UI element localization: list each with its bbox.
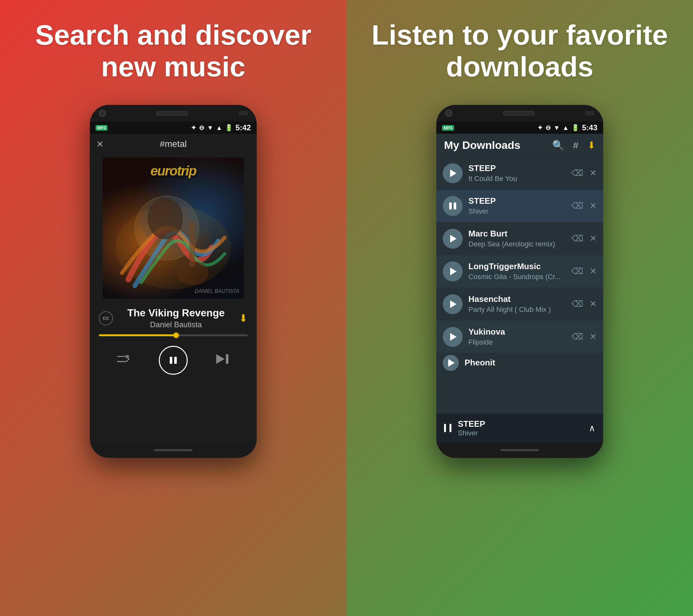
play-button-6[interactable] bbox=[443, 327, 463, 347]
camera-left bbox=[99, 110, 106, 117]
pause-bar-1 bbox=[170, 357, 172, 364]
download-header-icon[interactable]: ⬇ bbox=[588, 140, 595, 151]
close-button[interactable]: ✕ bbox=[96, 139, 104, 150]
remove-icon-1[interactable]: ✕ bbox=[590, 168, 597, 178]
battery-icon-left: 🔋 bbox=[225, 124, 233, 132]
track-artist-7: Pheonit bbox=[464, 358, 597, 368]
player-screen: ✕ #metal eurotrip bbox=[90, 134, 257, 442]
minus-icon-right: ⊖ bbox=[546, 124, 551, 132]
track-actions-2: ⌫ ✕ bbox=[571, 201, 597, 211]
track-song-4: Cosmic Gita - Sundrops (Cr... bbox=[469, 273, 566, 281]
progress-bar[interactable] bbox=[90, 334, 257, 336]
track-info-7: Pheonit bbox=[464, 358, 597, 368]
track-info-1: STEEP It Could Be You bbox=[469, 163, 566, 183]
minus-icon-left: ⊖ bbox=[199, 124, 204, 132]
status-right-right: ✦ ⊖ ▼ ▲ 🔋 5:43 bbox=[537, 123, 597, 132]
pause-bar-2 bbox=[174, 357, 177, 364]
phone-bottom-right bbox=[436, 442, 603, 458]
track-actions-6: ⌫ ✕ bbox=[571, 332, 597, 342]
mp3-badge-left: MP3 bbox=[96, 125, 107, 131]
player-info: cc The Viking Revenge Daniel Bautista ⬇ bbox=[90, 302, 257, 334]
cc-icon: cc bbox=[99, 311, 113, 325]
share-icon-4[interactable]: ⌫ bbox=[571, 266, 583, 276]
share-icon-5[interactable]: ⌫ bbox=[571, 299, 583, 309]
track-song-6: Flipside bbox=[469, 338, 566, 346]
home-indicator-right bbox=[500, 449, 539, 451]
left-headline: Search and discover new music bbox=[0, 19, 346, 82]
play-triangle-5 bbox=[450, 300, 457, 308]
download-icon[interactable]: ⬇ bbox=[239, 312, 248, 324]
wifi-icon-right: ▼ bbox=[553, 124, 560, 132]
speaker-right bbox=[503, 111, 535, 116]
mini-artist: STEEP bbox=[458, 419, 582, 429]
shuffle-button[interactable] bbox=[117, 354, 131, 367]
track-actions-1: ⌫ ✕ bbox=[571, 168, 597, 178]
player-topbar: ✕ #metal bbox=[90, 134, 257, 154]
track-song-1: It Could Be You bbox=[469, 175, 566, 183]
hashtag-icon[interactable]: # bbox=[573, 140, 578, 151]
time-right: 5:43 bbox=[582, 123, 597, 132]
right-panel: Listen to your favorite downloads MP3 ✦ … bbox=[346, 0, 693, 616]
track-item-7[interactable]: Pheonit bbox=[436, 353, 603, 373]
mini-pause-icon[interactable] bbox=[444, 424, 451, 432]
track-item-3[interactable]: Marc Burt Deep Sea (Aerologic remix) ⌫ ✕ bbox=[436, 222, 603, 255]
phone-top-bar-right bbox=[436, 105, 603, 122]
pause-button-2[interactable] bbox=[443, 196, 463, 216]
downloads-screen: My Downloads 🔍 # ⬇ STEEP It Could Be You bbox=[436, 134, 603, 442]
chevron-up-icon[interactable]: ∧ bbox=[589, 423, 595, 434]
play-button-5[interactable] bbox=[443, 294, 463, 314]
svg-rect-8 bbox=[226, 354, 229, 364]
pause-button[interactable] bbox=[159, 346, 188, 375]
play-triangle-4 bbox=[450, 267, 457, 275]
track-item-playing[interactable]: STEEP Shiver ⌫ ✕ bbox=[436, 190, 603, 222]
mp3-badge-right: MP3 bbox=[442, 125, 454, 131]
track-artist-1: STEEP bbox=[469, 163, 566, 173]
track-artist-3: Marc Burt bbox=[469, 229, 566, 239]
play-button-7[interactable] bbox=[443, 355, 459, 371]
track-artist-4: LongTriggerMusic bbox=[469, 261, 566, 272]
pause-icon-2 bbox=[449, 202, 456, 210]
left-phone: MP3 ✦ ⊖ ▼ ▲ 🔋 5:42 ✕ #metal eurotrip bbox=[90, 105, 257, 458]
remove-icon-3[interactable]: ✕ bbox=[590, 234, 597, 243]
track-list: STEEP It Could Be You ⌫ ✕ bbox=[436, 157, 603, 414]
progress-thumb bbox=[173, 332, 179, 338]
search-icon[interactable]: 🔍 bbox=[552, 140, 564, 151]
remove-icon-5[interactable]: ✕ bbox=[590, 299, 597, 309]
track-info-3: Marc Burt Deep Sea (Aerologic remix) bbox=[469, 229, 566, 248]
track-info-4: LongTriggerMusic Cosmic Gita - Sundrops … bbox=[469, 261, 566, 281]
progress-fill bbox=[99, 334, 176, 336]
track-song-5: Party All Night ( Club Mix ) bbox=[469, 305, 566, 314]
left-panel: Search and discover new music MP3 ✦ ⊖ ▼ … bbox=[0, 0, 346, 616]
status-right-left: ✦ ⊖ ▼ ▲ 🔋 5:42 bbox=[191, 123, 251, 132]
next-button[interactable] bbox=[216, 353, 230, 368]
remove-icon-6[interactable]: ✕ bbox=[590, 332, 597, 342]
battery-icon-right: 🔋 bbox=[571, 124, 579, 132]
share-icon-2[interactable]: ⌫ bbox=[571, 201, 583, 211]
track-item-4[interactable]: LongTriggerMusic Cosmic Gita - Sundrops … bbox=[436, 255, 603, 288]
mini-player[interactable]: STEEP Shiver ∧ bbox=[436, 414, 603, 442]
bluetooth-icon-left: ✦ bbox=[191, 124, 196, 132]
share-icon-3[interactable]: ⌫ bbox=[571, 234, 583, 243]
header-icons: 🔍 # ⬇ bbox=[552, 140, 595, 151]
remove-icon-4[interactable]: ✕ bbox=[590, 266, 597, 276]
sensor-right bbox=[585, 111, 594, 116]
play-button-1[interactable] bbox=[443, 163, 463, 183]
next-icon bbox=[216, 353, 230, 365]
status-bar-right: MP3 ✦ ⊖ ▼ ▲ 🔋 5:43 bbox=[436, 122, 603, 134]
downloads-header: My Downloads 🔍 # ⬇ bbox=[436, 134, 603, 157]
share-icon-6[interactable]: ⌫ bbox=[571, 332, 583, 342]
player-title: The Viking Revenge bbox=[113, 307, 239, 319]
mini-bar-2 bbox=[450, 424, 451, 432]
remove-icon-2[interactable]: ✕ bbox=[590, 201, 597, 211]
track-item-6[interactable]: Yukinova Flipside ⌫ ✕ bbox=[436, 320, 603, 353]
track-artist-2: STEEP bbox=[469, 196, 566, 206]
speaker-left bbox=[156, 111, 188, 116]
play-button-4[interactable] bbox=[443, 261, 463, 281]
track-item-5[interactable]: Hasenchat Party All Night ( Club Mix ) ⌫… bbox=[436, 288, 603, 320]
share-icon-1[interactable]: ⌫ bbox=[571, 168, 583, 178]
play-button-3[interactable] bbox=[443, 229, 463, 249]
track-item[interactable]: STEEP It Could Be You ⌫ ✕ bbox=[436, 157, 603, 190]
time-left: 5:42 bbox=[236, 123, 251, 132]
track-artist-5: Hasenchat bbox=[469, 294, 566, 304]
phone-top-bar-left bbox=[90, 105, 257, 122]
